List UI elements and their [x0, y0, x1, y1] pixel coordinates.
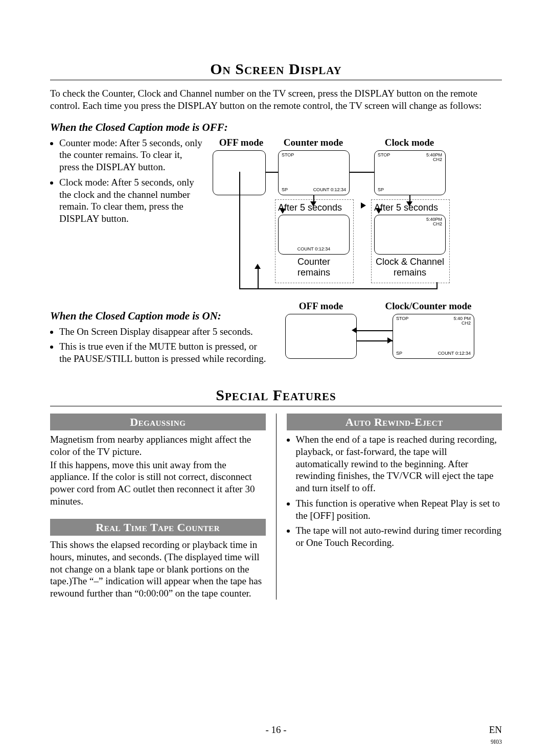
clock-mode-screen: STOP 5:40PM CH2 SP: [374, 150, 446, 195]
label-counter-mode: Counter mode: [275, 137, 352, 148]
tape-counter-p: This shows the elapsed recording or play…: [50, 539, 266, 600]
cc-off-diagram: OFF mode Counter mode Clock mode STOP SP…: [213, 137, 502, 295]
clock-remains-label: Clock & Channel remains: [374, 257, 446, 278]
auto-rewind-bullet-2: This function is operative when Repeat P…: [296, 497, 502, 522]
ccon-tr: 5:40 PM CH2: [453, 316, 471, 327]
counter-remains-label: Counter remains: [278, 257, 350, 278]
counter-remain-bc: COUNT 0:12:34: [297, 246, 330, 251]
counter-bcr: COUNT 0:12:34: [313, 188, 346, 193]
counter-tl: STOP: [282, 153, 294, 158]
section-title-osd: On Screen Display: [50, 60, 502, 80]
clock-remain-tr: 5:40PM CH2: [426, 217, 442, 227]
cc-on-label-off: OFF mode: [290, 301, 352, 312]
tape-counter-heading: Real Time Tape Counter: [50, 519, 266, 536]
label-off-mode: OFF mode: [216, 137, 267, 148]
page-lang: EN: [489, 724, 502, 736]
cc-on-off-screen: [285, 314, 357, 359]
cc-on-bullet-1: The On Screen Display disappear after 5 …: [59, 326, 270, 338]
degaussing-heading: Degaussing: [50, 414, 266, 431]
cc-on-bullets: The On Screen Display disappear after 5 …: [50, 326, 270, 365]
counter-remains-screen: COUNT 0:12:34: [278, 215, 350, 255]
ccon-bl: SP: [396, 351, 402, 356]
ccon-tl: STOP: [396, 316, 408, 322]
degaussing-p1: Magnetism from nearby appliances might a…: [50, 433, 266, 458]
page-code: 9I03: [491, 738, 502, 746]
section-title-special: Special Features: [50, 386, 502, 406]
cc-on-diagram: OFF mode Clock/Counter mode STOP 5:40 PM…: [270, 301, 502, 372]
title-rule: [50, 80, 502, 80]
cc-off-heading: When the Closed Caption mode is OFF:: [50, 121, 502, 134]
page-footer: - 16 - EN 9I03: [50, 724, 502, 736]
osd-intro: To check the Counter, Clock and Channel …: [50, 87, 502, 112]
auto-rewind-bullet-1: When the end of a tape is reached during…: [296, 433, 502, 494]
clock-remains-screen: 5:40PM CH2: [374, 215, 446, 255]
cc-off-bullet-2: Clock mode: After 5 seconds, only the cl…: [59, 176, 203, 225]
manual-page: On Screen Display To check the Counter, …: [0, 0, 552, 756]
auto-rewind-bullets: When the end of a tape is reached during…: [287, 433, 502, 549]
ccon-br: COUNT 0:12:34: [438, 351, 471, 356]
cc-off-bullet-1: Counter mode: After 5 seconds, only the …: [59, 137, 203, 173]
clock-tr: 5:40PM CH2: [426, 153, 442, 163]
counter-bl: SP: [282, 188, 288, 193]
cc-on-bullet-2: This is true even if the MUTE button is …: [59, 340, 270, 365]
auto-rewind-heading: Auto Rewind-Eject: [287, 414, 502, 431]
label-clock-mode: Clock mode: [371, 137, 448, 148]
degaussing-p2: If this happens, move this unit away fro…: [50, 459, 266, 508]
column-separator: [276, 414, 277, 600]
page-number: - 16 -: [265, 724, 286, 736]
auto-rewind-bullet-3: The tape will not auto-rewind during tim…: [296, 524, 502, 549]
cc-on-heading: When the Closed Caption mode is ON:: [50, 310, 270, 323]
counter-mode-screen: STOP SP COUNT 0:12:34: [278, 150, 350, 195]
cc-off-bullets: Counter mode: After 5 seconds, only the …: [50, 137, 203, 225]
clock-tl: STOP: [378, 153, 390, 158]
clock-bl: SP: [378, 188, 384, 193]
title-rule-2: [50, 406, 502, 406]
cc-on-label-cc: Clock/Counter mode: [372, 301, 485, 312]
cc-on-clockcounter-screen: STOP 5:40 PM CH2 SP COUNT 0:12:34: [393, 314, 474, 359]
